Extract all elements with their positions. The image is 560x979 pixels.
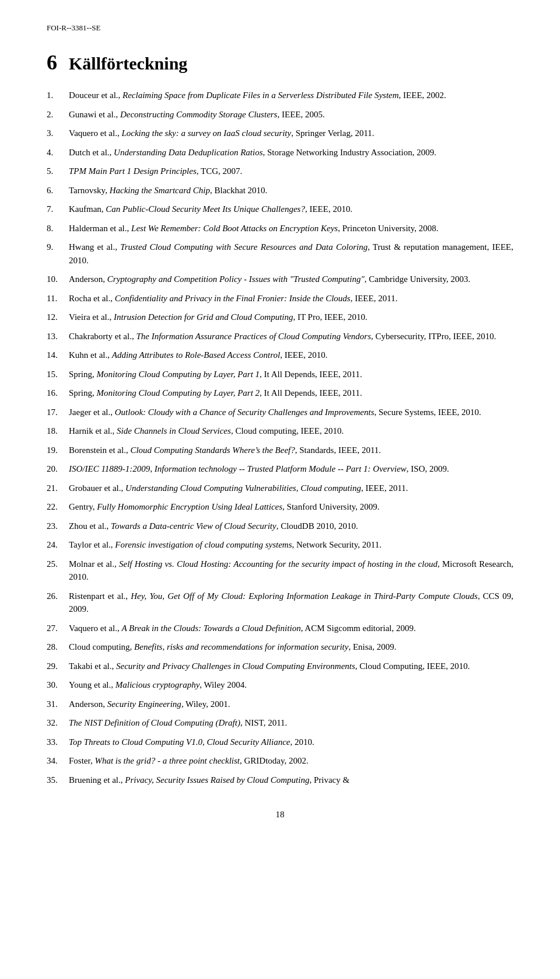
ref-italic-title: A Break in the Clouds: Towards a Cloud D… <box>121 623 300 633</box>
ref-number: 27. <box>47 622 64 635</box>
ref-number: 10. <box>47 273 64 286</box>
ref-number: 23. <box>47 520 64 533</box>
ref-text: ISO/IEC 11889-1:2009, Information techno… <box>69 462 513 476</box>
list-item: 25.Molnar et al., Self Hosting vs. Cloud… <box>47 558 513 584</box>
ref-number: 4. <box>47 146 64 159</box>
ref-text: Spring, Monitoring Cloud Computing by La… <box>69 368 513 381</box>
ref-italic-title: What is the grid? - a three point checkl… <box>94 756 240 765</box>
list-item: 32.The NIST Definition of Cloud Computin… <box>47 716 513 730</box>
ref-text: Kuhn et al., Adding Attributes to Role-B… <box>69 349 513 362</box>
section-title: Källförteckning <box>69 54 187 74</box>
ref-text: Grobauer et al., Understanding Cloud Com… <box>69 482 513 495</box>
ref-italic-title: Side Channels in Cloud Services <box>117 426 231 436</box>
ref-number: 21. <box>47 482 64 495</box>
list-item: 24.Taylor et al., Forensic investigation… <box>47 538 513 552</box>
ref-number: 3. <box>47 127 64 140</box>
list-item: 35.Bruening et al., Privacy, Security Is… <box>47 774 513 787</box>
list-item: 20.ISO/IEC 11889-1:2009, Information tec… <box>47 462 513 476</box>
list-item: 14.Kuhn et al., Adding Attributes to Rol… <box>47 349 513 362</box>
list-item: 4.Dutch et al., Understanding Data Dedup… <box>47 146 513 159</box>
list-item: 5.TPM Main Part 1 Design Principles, TCG… <box>47 165 513 178</box>
ref-number: 35. <box>47 774 64 787</box>
list-item: 31.Anderson, Security Engineering, Wiley… <box>47 698 513 711</box>
ref-italic-title: Cryptography and Competition Policy - Is… <box>107 274 365 284</box>
ref-text: Vaquero et al., Locking the sky: a surve… <box>69 127 513 140</box>
ref-number: 6. <box>47 184 64 197</box>
list-item: 34.Foster, What is the grid? - a three p… <box>47 754 513 768</box>
ref-text: Taylor et al., Forensic investigation of… <box>69 538 513 552</box>
ref-text: Halderman et al., Lest We Remember: Cold… <box>69 222 513 235</box>
ref-text: Gentry, Fully Homomorphic Encryption Usi… <box>69 500 513 514</box>
ref-italic-title: Security and Privacy Challenges in Cloud… <box>116 661 355 671</box>
ref-number: 16. <box>47 386 64 400</box>
ref-italic-title: Malicious cryptography <box>116 680 200 689</box>
list-item: 13.Chakraborty et al., The Information A… <box>47 330 513 343</box>
ref-italic-title: Locking the sky: a survey on IaaS cloud … <box>121 128 291 138</box>
ref-text: Vaquero et al., A Break in the Clouds: T… <box>69 622 513 635</box>
ref-text: Cloud computing, Benefits, risks and rec… <box>69 640 513 654</box>
section-heading: 6 Källförteckning <box>47 50 513 75</box>
ref-italic-title: Monitoring Cloud Computing by Layer, Par… <box>97 388 260 398</box>
ref-number: 20. <box>47 462 64 476</box>
ref-text: Borenstein et al., Cloud Computing Stand… <box>69 444 513 457</box>
ref-italic-title: Understanding Cloud Computing Vulnerabil… <box>125 483 361 493</box>
ref-text: Takabi et al., Security and Privacy Chal… <box>69 660 513 673</box>
page-number: 18 <box>276 810 285 819</box>
header-text: FOI-R--3381--SE <box>47 23 100 32</box>
ref-number: 5. <box>47 165 64 178</box>
list-item: 12.Vieira et al., Intrusion Detection fo… <box>47 311 513 324</box>
ref-italic-title: Understanding Data Deduplication Ratios <box>114 148 262 157</box>
references-list: 1.Douceur et al., Reclaiming Space from … <box>47 89 513 786</box>
ref-italic-title: Intrusion Detection for Grid and Cloud C… <box>114 312 293 322</box>
list-item: 1.Douceur et al., Reclaiming Space from … <box>47 89 513 102</box>
ref-number: 19. <box>47 444 64 457</box>
ref-italic-title: Monitoring Cloud Computing by Layer, Par… <box>97 370 260 379</box>
list-item: 2.Gunawi et al., Deconstructing Commodit… <box>47 108 513 121</box>
document-header: FOI-R--3381--SE <box>47 23 513 33</box>
ref-number: 25. <box>47 558 64 584</box>
ref-italic-title: Fully Homomorphic Encryption Using Ideal… <box>97 502 282 511</box>
ref-number: 11. <box>47 292 64 305</box>
list-item: 9.Hwang et al., Trusted Cloud Computing … <box>47 241 513 267</box>
ref-number: 33. <box>47 736 64 749</box>
list-item: 18.Harnik et al., Side Channels in Cloud… <box>47 424 513 438</box>
ref-italic-title: Benefits, risks and recommendations for … <box>134 642 348 651</box>
list-item: 6.Tarnovsky, Hacking the Smartcard Chip,… <box>47 184 513 197</box>
page-footer: 18 <box>47 810 513 820</box>
ref-text: Douceur et al., Reclaiming Space from Du… <box>69 89 513 102</box>
list-item: 17.Jaeger et al., Outlook: Cloudy with a… <box>47 406 513 419</box>
list-item: 26.Ristenpart et al., Hey, You, Get Off … <box>47 590 513 616</box>
ref-text: Young et al., Malicious cryptography, Wi… <box>69 678 513 692</box>
ref-text: Dutch et al., Understanding Data Dedupli… <box>69 146 513 159</box>
ref-text: Top Threats to Cloud Computing V1.0, Clo… <box>69 736 513 749</box>
list-item: 21.Grobauer et al., Understanding Cloud … <box>47 482 513 495</box>
ref-text: Foster, What is the grid? - a three poin… <box>69 754 513 768</box>
ref-italic-title: Security Engineering <box>107 699 181 709</box>
list-item: 29.Takabi et al., Security and Privacy C… <box>47 660 513 673</box>
ref-number: 8. <box>47 222 64 235</box>
section-number: 6 <box>47 50 57 75</box>
ref-italic-title: Deconstructing Commodity Storage Cluster… <box>120 110 278 119</box>
ref-italic-title: Trusted Cloud Computing with Secure Reso… <box>120 242 368 252</box>
ref-text: Harnik et al., Side Channels in Cloud Se… <box>69 424 513 438</box>
list-item: 33.Top Threats to Cloud Computing V1.0, … <box>47 736 513 749</box>
list-item: 7.Kaufman, Can Public-Cloud Security Mee… <box>47 203 513 216</box>
ref-italic-title: Confidentiality and Privacy in the Final… <box>115 294 351 303</box>
ref-text: Chakraborty et al., The Information Assu… <box>69 330 513 343</box>
ref-text: TPM Main Part 1 Design Principles, TCG, … <box>69 165 513 178</box>
ref-italic-title: Outlook: Cloudy with a Chance of Securit… <box>115 407 374 417</box>
ref-text: Anderson, Cryptography and Competition P… <box>69 273 513 286</box>
ref-number: 18. <box>47 424 64 438</box>
ref-text: Hwang et al., Trusted Cloud Computing wi… <box>69 241 513 267</box>
ref-text: Kaufman, Can Public-Cloud Security Meet … <box>69 203 513 216</box>
ref-text: Ristenpart et al., Hey, You, Get Off of … <box>69 590 513 616</box>
ref-number: 12. <box>47 311 64 324</box>
ref-number: 24. <box>47 538 64 552</box>
ref-italic-title: Adding Attributes to Role-Based Access C… <box>112 350 280 360</box>
list-item: 8.Halderman et al., Lest We Remember: Co… <box>47 222 513 235</box>
ref-number: 13. <box>47 330 64 343</box>
ref-italic-title: TPM Main Part 1 Design Principles <box>69 166 197 176</box>
ref-number: 28. <box>47 640 64 654</box>
ref-italic-title: Hacking the Smartcard Chip <box>110 186 210 195</box>
ref-italic-title: Can Public-Cloud Security Meet Its Uniqu… <box>106 204 305 214</box>
